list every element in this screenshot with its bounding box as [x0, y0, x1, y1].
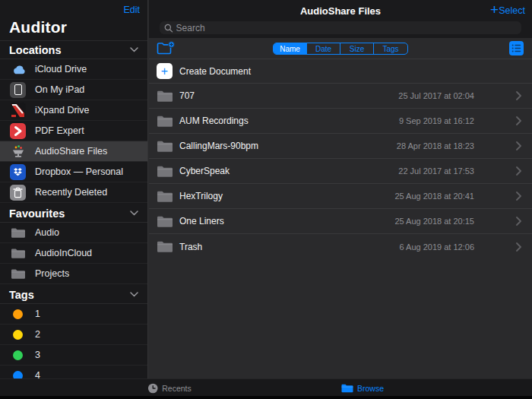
browse-folder-icon — [341, 384, 353, 393]
file-name: AUM Recordings — [179, 116, 249, 126]
folder-icon — [157, 90, 175, 103]
file-row[interactable]: HexTrilogy 25 Aug 2018 at 20:41 — [149, 184, 532, 209]
file-date: 25 Aug 2018 at 20:15 — [394, 217, 474, 226]
sidebar-item-label: Recently Deleted — [35, 187, 107, 198]
trash-icon — [9, 184, 27, 201]
file-date: 25 Jul 2017 at 02:04 — [398, 91, 474, 100]
sidebar-item-pdf-expert[interactable]: PDF Expert — [0, 121, 147, 141]
bottom-tab-bar: Recents Browse — [0, 378, 532, 396]
file-name: One Liners — [179, 216, 224, 226]
chevron-right-icon — [516, 166, 521, 176]
file-name: HexTrilogy — [179, 191, 223, 201]
folder-icon — [9, 224, 27, 242]
new-folder-button[interactable] — [157, 41, 175, 59]
sort-option-size[interactable]: Size — [340, 43, 374, 54]
list-view-button[interactable] — [509, 41, 524, 55]
sort-segmented-control: Name Date Size Tags — [273, 43, 408, 55]
dropbox-icon — [9, 163, 27, 181]
section-header-tags[interactable]: Tags — [0, 286, 147, 304]
ixpand-icon — [9, 102, 27, 119]
create-document-icon: + — [157, 63, 173, 79]
file-row[interactable]: Trash 6 Aug 2019 at 12:06 — [149, 234, 532, 259]
search-icon — [164, 24, 173, 33]
file-row[interactable]: One Liners 25 Aug 2018 at 20:15 — [149, 209, 532, 234]
create-document-row[interactable]: + Create Document — [149, 59, 532, 84]
folder-icon — [157, 165, 175, 178]
app-title: Auditor — [9, 18, 67, 36]
file-row[interactable]: 707 25 Jul 2017 at 02:04 — [149, 84, 532, 109]
search-bar[interactable] — [160, 21, 521, 34]
sidebar-item-label: 3 — [35, 350, 40, 360]
section-header-favourites[interactable]: Favourites — [0, 204, 147, 223]
chevron-down-icon — [130, 211, 138, 216]
list-view-icon — [511, 43, 522, 54]
sidebar-item-audio[interactable]: Audio — [0, 223, 147, 243]
sidebar-item-audioshare-files[interactable]: AudioShare Files — [0, 141, 147, 162]
chevron-right-icon — [516, 116, 521, 125]
folder-icon — [157, 215, 175, 228]
file-date: 22 Jul 2017 at 17:53 — [398, 166, 474, 176]
section-label: Tags — [9, 289, 34, 301]
sidebar-item-ixpand-drive[interactable]: iXpand Drive — [0, 100, 147, 121]
sidebar-item-label: PDF Expert — [35, 125, 84, 136]
file-date: 9 Sep 2019 at 16:12 — [399, 116, 474, 125]
file-name: CyberSpeak — [179, 166, 230, 176]
section-header-locations[interactable]: Locations — [0, 41, 147, 59]
new-folder-icon — [157, 41, 175, 55]
clock-icon — [147, 383, 158, 394]
chevron-right-icon — [516, 91, 521, 100]
sidebar-item-dropbox[interactable]: Dropbox — Personal — [0, 162, 147, 182]
select-button[interactable]: Select — [499, 5, 525, 16]
edit-button[interactable]: Edit — [123, 5, 140, 15]
audioshare-icon — [9, 143, 27, 160]
section-label: Favourites — [9, 207, 65, 220]
folder-icon — [9, 265, 27, 283]
sidebar-item-tag-1[interactable]: 1 — [0, 304, 147, 325]
sidebar-item-tag-3[interactable]: 3 — [0, 345, 147, 366]
file-row[interactable]: CyberSpeak 22 Jul 2017 at 17:53 — [149, 159, 532, 184]
home-indicator-area — [0, 396, 532, 399]
sidebar-item-on-my-ipad[interactable]: On My iPad — [0, 80, 147, 100]
search-input[interactable] — [176, 23, 517, 33]
file-list: + Create Document 707 25 Jul 2017 at 02:… — [149, 59, 532, 259]
sidebar-item-audioincloud[interactable]: AudioInCloud — [0, 243, 147, 264]
section-label: Locations — [9, 44, 61, 56]
file-date: 6 Aug 2019 at 12:06 — [400, 242, 474, 252]
pdf-expert-icon — [9, 122, 27, 140]
create-document-label: Create Document — [179, 66, 251, 77]
sidebar-item-label: AudioShare Files — [35, 146, 107, 157]
file-row[interactable]: CallingMars-90bpm 28 Apr 2018 at 18:23 — [149, 134, 532, 159]
chevron-right-icon — [516, 141, 521, 150]
folder-icon — [157, 190, 175, 203]
tab-browse[interactable]: Browse — [341, 379, 384, 397]
chevron-right-icon — [516, 242, 521, 252]
main-pane: AudioShare Files + Select Name Date Size… — [149, 0, 532, 399]
sort-option-tags[interactable]: Tags — [374, 43, 407, 54]
tag-dot-icon — [9, 306, 27, 323]
sort-option-name[interactable]: Name — [274, 43, 307, 54]
add-button[interactable]: + — [490, 2, 499, 17]
toolbar: Name Date Size Tags — [149, 38, 532, 59]
sidebar-sections: Locations iCloud Drive On My iPad iXpand… — [0, 40, 147, 386]
tab-label: Recents — [162, 384, 192, 393]
tag-dot-icon — [9, 347, 27, 364]
sidebar-item-label: Dropbox — Personal — [35, 166, 123, 177]
chevron-down-icon — [130, 292, 138, 297]
tab-recents[interactable]: Recents — [147, 379, 192, 397]
file-row[interactable]: AUM Recordings 9 Sep 2019 at 16:12 — [149, 109, 532, 134]
sidebar-item-recently-deleted[interactable]: Recently Deleted — [0, 182, 147, 203]
sidebar-item-label: Audio — [35, 227, 59, 238]
sidebar-item-tag-2[interactable]: 2 — [0, 325, 147, 345]
file-date: 28 Apr 2018 at 18:23 — [397, 141, 474, 150]
file-date: 25 Aug 2018 at 20:41 — [394, 192, 474, 201]
file-name: CallingMars-90bpm — [179, 141, 258, 151]
sidebar-item-icloud-drive[interactable]: iCloud Drive — [0, 59, 147, 80]
sidebar-item-label: 1 — [35, 309, 40, 319]
tab-label: Browse — [357, 384, 384, 393]
tag-dot-icon — [9, 326, 27, 344]
folder-icon — [157, 140, 175, 153]
sort-option-date[interactable]: Date — [307, 43, 340, 54]
sidebar-item-label: iXpand Drive — [35, 105, 90, 116]
folder-icon — [157, 240, 175, 253]
sidebar-item-projects[interactable]: Projects — [0, 264, 147, 284]
